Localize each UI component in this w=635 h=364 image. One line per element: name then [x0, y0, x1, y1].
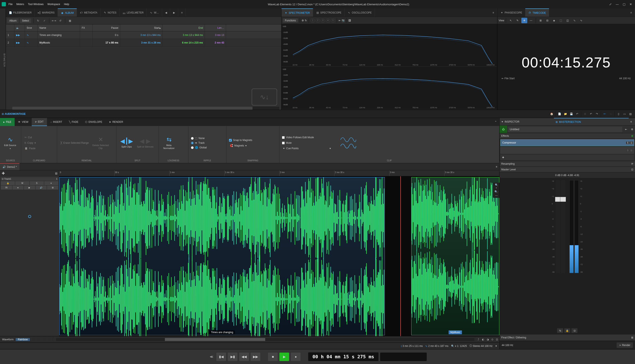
pen-tool-icon[interactable]: ✎ [515, 18, 520, 23]
effects-add-icon[interactable]: ⊕ [631, 134, 633, 138]
nav-back-icon[interactable]: ← [602, 111, 608, 117]
snap-4-icon[interactable]: ⬚ [558, 18, 564, 23]
zoom-reset-icon[interactable]: — [494, 194, 499, 197]
forward-button[interactable]: ▶▶ [251, 352, 260, 361]
lock-fader-icon[interactable]: 🔒 [564, 328, 570, 333]
tab-album[interactable]: ◉ALBUM [58, 8, 77, 17]
menu-tool-windows[interactable]: Tool Windows [28, 3, 44, 6]
to-end-button[interactable]: ▶▮ [228, 352, 238, 361]
cd-icon[interactable]: ⊙ [582, 111, 588, 117]
col-srce[interactable]: Srce [25, 24, 38, 31]
stop-button[interactable]: ■ [268, 352, 278, 361]
opt-4-icon[interactable]: ⊡ [495, 338, 499, 341]
functions-dropdown[interactable]: Functions [283, 18, 298, 22]
refresh-icon[interactable]: ↻ [36, 18, 41, 23]
link-channels-icon[interactable]: ⇆ [557, 328, 563, 333]
expand-button[interactable]: ▾ [44, 181, 58, 185]
inspector-tab[interactable]: ✦ INSPECTOR [500, 118, 554, 126]
ribbon-tab-envelope[interactable]: ⬡ ENVELOPE [82, 118, 106, 126]
cue-points-dropdown[interactable]: ✦ Cue Points ▾ [281, 146, 336, 151]
snap-1-icon[interactable]: ⊞ [538, 18, 544, 23]
opt-3-icon[interactable]: ⊙ [490, 338, 495, 341]
ribbon-tab-render[interactable]: ➤ RENDER [106, 118, 127, 126]
tab-timecode[interactable]: ⏱TIMECODE [525, 8, 549, 17]
rewind-to-start-icon[interactable]: ≪ [208, 352, 215, 361]
meta-normalizer-button[interactable]: ⇆Meta Normalizer [160, 130, 177, 156]
zoom-in-icon[interactable]: 🔍+ [494, 184, 499, 190]
audio-clip[interactable]: Times are changing [59, 177, 385, 335]
preset-4[interactable]: 4 [326, 18, 330, 22]
montage-file-tab[interactable]: 🔊Demo2 * [0, 163, 20, 170]
minus-tool-icon[interactable]: — [528, 18, 534, 23]
menu-file[interactable]: File [9, 3, 13, 6]
tab-menu-icon[interactable]: ≡ [490, 8, 497, 17]
col-start[interactable]: Start ▴ [120, 24, 162, 31]
close-icon[interactable]: ✕ [628, 2, 633, 6]
home-icon[interactable]: 🏠 [549, 111, 555, 117]
preset-load-icon[interactable]: ⇤ [623, 128, 629, 131]
master-level-menu-icon[interactable]: ⊡ [631, 168, 633, 171]
layout-1-icon[interactable]: ▯ [615, 111, 621, 117]
tab-markers[interactable]: ▸┃MARKERS [35, 8, 58, 17]
preset-1[interactable]: 1 [311, 18, 315, 22]
effect-slot-empty[interactable]: S⊡ [500, 147, 634, 154]
play-track-icon[interactable]: ▶▶ [16, 34, 20, 36]
effect-slot-compressor[interactable]: CompressorS⊡ [500, 139, 634, 146]
tab-metadata[interactable]: 🏷METADATA [77, 8, 101, 17]
video-follows-checkbox[interactable]: Video Follows Edit Mode [281, 135, 336, 140]
panel-menu-icon[interactable]: ≡ [629, 118, 635, 126]
table-row[interactable]: 1 ▶▶ ∿ Times are changing 0 s 3 mn 13 s … [6, 31, 281, 39]
share-icon[interactable]: ⤴ [476, 338, 481, 341]
mute-checkbox[interactable]: Mute [281, 140, 336, 145]
preset-5[interactable]: 5 [331, 18, 335, 22]
menu-workspace[interactable]: Workspace [47, 3, 60, 6]
view-dropdown[interactable]: View [499, 19, 504, 22]
mute-button[interactable]: M [15, 181, 29, 185]
ripple-track-radio[interactable]: ➡Track [190, 141, 208, 145]
lock-button[interactable]: 🔒 [1, 181, 15, 185]
cursor-tool-icon[interactable]: ↖ [508, 18, 514, 23]
col-name[interactable]: Name [38, 24, 80, 31]
bitmeter-sidebar[interactable]: BITMETER [0, 8, 6, 110]
revert-icon[interactable]: ↶ [574, 111, 580, 117]
audio-clip[interactable]: MyMusic [411, 177, 499, 335]
status-menu-icon[interactable]: ✦ [495, 344, 497, 348]
rewind-button[interactable]: ◀◀ [239, 352, 249, 361]
mastersection-tab[interactable]: ⊞ MASTERSECTION [554, 118, 629, 126]
tab-phasescope[interactable]: ✦PHASESCOPE [497, 8, 525, 17]
snap-checkbox[interactable]: Snap to Magnets [228, 138, 253, 142]
jog-wheel[interactable] [380, 352, 427, 361]
to-start-icon[interactable]: ⇤ [339, 19, 341, 22]
ribbon-tab-view[interactable]: 👁 VIEW [15, 118, 32, 126]
snap-7-icon[interactable]: ∿ [578, 18, 584, 23]
play-track-icon[interactable]: ▶▶ [16, 41, 20, 44]
tab-overflow-right[interactable]: ▶ [170, 8, 178, 17]
zoom-slider[interactable] [32, 338, 53, 341]
zoom-out-icon[interactable]: 🔍- [494, 190, 499, 193]
fit-icon[interactable]: ⇤⇥ [51, 18, 57, 23]
col-end[interactable]: End [162, 24, 205, 31]
snap-6-icon[interactable]: ⤡ [571, 18, 577, 23]
speaker-button[interactable]: 🔊 [36, 186, 47, 190]
magnets-dropdown[interactable]: 🧲 Magnets ▾ [228, 143, 253, 148]
solo-button[interactable]: S [30, 181, 44, 185]
preset-name-input[interactable] [508, 126, 622, 132]
image-icon[interactable]: 🖼 [348, 19, 351, 22]
snap-5-icon[interactable]: ◫ [565, 18, 571, 23]
ribbon-tab-edit[interactable]: e EDIT [32, 118, 47, 126]
refresh-icon[interactable]: ↻ [305, 19, 307, 22]
rec-arm-button[interactable]: ● [13, 186, 24, 190]
to-start-button[interactable]: ▮◀ [216, 352, 226, 361]
layout-3-icon[interactable]: ▤ [627, 111, 633, 117]
master-power-button[interactable]: ⏻ [500, 126, 507, 133]
select-dropdown[interactable]: Select [20, 18, 31, 23]
add-track-button[interactable]: ✚▤ [0, 170, 59, 176]
erase-button[interactable]: ╳ Erase Selected Range [59, 140, 90, 145]
col-len[interactable]: Len… [205, 24, 226, 31]
menu-meters[interactable]: Meters [16, 3, 24, 6]
playhead[interactable] [400, 176, 401, 336]
opt-1-icon[interactable]: ◐ [481, 338, 485, 341]
final-effect-menu-icon[interactable]: ⊞ [631, 336, 633, 339]
fx-button[interactable]: ⊞ [47, 186, 58, 190]
opt-2-icon[interactable]: ◑ [485, 338, 490, 341]
